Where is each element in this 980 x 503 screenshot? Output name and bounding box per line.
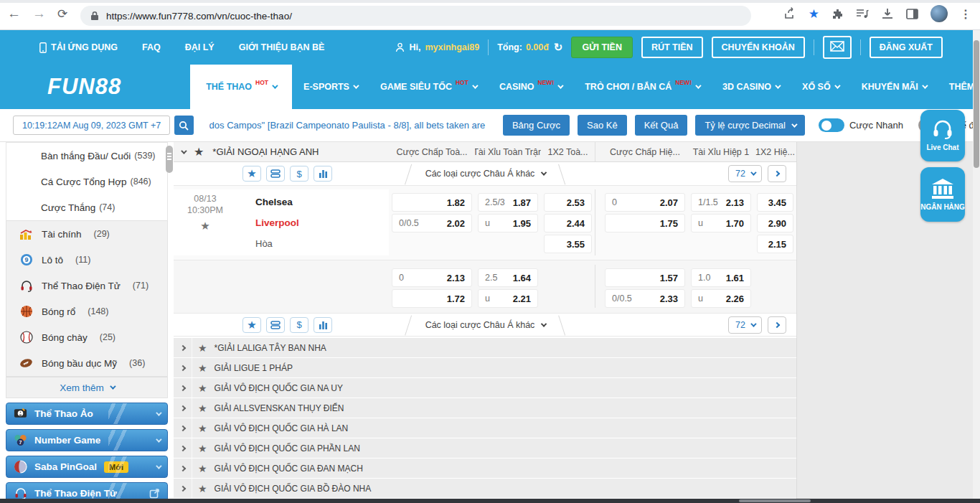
address-bar[interactable]: https://www.fun7778.com/vn/cuoc-the-thao… — [80, 6, 751, 26]
promo-saba-pingoal[interactable]: Saba PinGoal Mới — [6, 456, 168, 478]
odds-cell[interactable]: 1.72 — [392, 289, 472, 308]
sidebar-scrollbar[interactable] — [166, 146, 173, 173]
odds-cell[interactable]: 3.45 — [757, 193, 793, 212]
sidebar-item-lo-to[interactable]: 9 Lô tô(11) — [6, 247, 167, 273]
tab-3d-casino[interactable]: 3D CASINO — [711, 65, 791, 109]
download-icon[interactable] — [881, 8, 894, 20]
bookmark-star-icon[interactable]: ★ — [809, 6, 819, 22]
league-star-icon[interactable]: ★ — [198, 443, 207, 454]
browser-menu-icon[interactable]: ⋮ — [960, 7, 971, 21]
league-star-icon[interactable]: ★ — [198, 463, 207, 474]
scrollbar-thumb[interactable] — [974, 40, 979, 168]
stake-view-button[interactable]: $ — [290, 317, 308, 333]
share-icon[interactable] — [783, 7, 796, 20]
profile-avatar[interactable] — [930, 5, 948, 22]
faq-link[interactable]: FAQ — [142, 42, 161, 52]
odds-cell[interactable]: 2.90 — [757, 214, 793, 232]
expand-chevron-icon[interactable] — [174, 398, 192, 418]
expand-chevron-icon[interactable] — [174, 358, 192, 377]
odds-cell[interactable]: 0/0.52.02 — [392, 214, 472, 232]
account-greeting[interactable]: Hi, myxinhgai89 — [395, 42, 479, 52]
search-button[interactable] — [174, 116, 193, 135]
browser-forward-icon[interactable]: → — [32, 6, 46, 22]
odds-cell[interactable]: 2.5/31.87 — [478, 193, 538, 212]
sidebar-item-tai-chinh[interactable]: Tài chính(29) — [6, 221, 167, 247]
refer-friend-link[interactable]: GIỚI THIỆU BẠN BÈ — [239, 42, 325, 52]
extensions-icon[interactable] — [831, 8, 844, 20]
stake-view-button[interactable]: $ — [290, 166, 308, 182]
deposit-button[interactable]: GỬI TIỀN — [571, 37, 633, 58]
refresh-balance-icon[interactable]: ↻ — [554, 41, 563, 54]
league-star-icon[interactable]: ★ — [198, 483, 207, 494]
browser-reload-icon[interactable]: ⟳ — [57, 6, 67, 22]
expand-chevron-icon[interactable] — [174, 418, 192, 438]
next-page-button[interactable] — [768, 316, 786, 334]
see-more-link[interactable]: Xem thêm — [6, 377, 168, 398]
league-star-icon[interactable]: ★ — [198, 342, 207, 354]
league-row[interactable]: ★ GIẢI VÔ ĐỊCH QUỐC GIA PHẦN LAN — [174, 438, 796, 458]
fun88-logo[interactable]: FUN88 — [47, 74, 121, 100]
horizontal-scrollbar-thumb[interactable] — [739, 499, 811, 502]
bet-slip-button[interactable]: Bảng Cược — [503, 115, 570, 136]
transfer-button[interactable]: CHUYỂN KHOẢN — [712, 37, 805, 58]
odds-cell[interactable]: 2.53 — [544, 193, 592, 212]
promo-the-thao-ao[interactable]: Thể Thao Ảo — [6, 403, 168, 425]
next-page-button[interactable] — [768, 165, 786, 182]
bank-button[interactable]: NGÂN HÀNG — [920, 167, 965, 222]
tab-the-thao[interactable]: THỂ THAOHOT — [190, 65, 292, 109]
sidebar-item-ban-thang-dau-cuoi[interactable]: Bàn thắng Đầu/ Cuối(539) — [6, 143, 167, 169]
logout-button[interactable]: ĐĂNG XUẤT — [870, 37, 943, 58]
odds-cell[interactable]: 1/1.52.13 — [691, 193, 751, 212]
tab-khuyen-mai[interactable]: KHUYẾN MÃI — [850, 65, 938, 109]
league-row[interactable]: ★ GIẢI VÔ ĐỊCH QUỐC GIA ĐAN MẠCH — [174, 459, 796, 478]
odds-cell[interactable]: 2.51.64 — [478, 268, 538, 287]
odds-cell[interactable]: 2.44 — [544, 214, 592, 232]
match-favorite-star-icon[interactable]: ★ — [200, 220, 209, 232]
market-count-dropdown[interactable]: 72 — [728, 316, 762, 334]
sidebar-item-cuoc-thang[interactable]: Cược Thắng(74) — [6, 194, 167, 220]
odds-format-dropdown[interactable]: Tỷ lệ cược Decimal — [695, 115, 805, 136]
odds-cell[interactable]: u1.95 — [478, 214, 538, 232]
odds-cell[interactable]: u2.21 — [478, 289, 538, 308]
odds-cell[interactable]: 1.82 — [392, 193, 472, 212]
download-app-link[interactable]: TẢI ỨNG DỤNG — [39, 42, 118, 53]
league-star-icon[interactable]: ★ — [198, 362, 207, 374]
agent-link[interactable]: ĐẠI LÝ — [185, 42, 215, 52]
favorites-filter-button[interactable]: ★ — [242, 166, 261, 182]
tab-tro-choi-ban-ca[interactable]: TRÒ CHƠI / BẮN CÁNEW! — [573, 65, 711, 109]
league-row[interactable]: ★ GIẢI VÔ ĐỊCH QUỐC GIA NA UY — [174, 378, 796, 398]
away-team[interactable]: Liverpool — [255, 214, 389, 232]
statement-button[interactable]: Sao Kê — [578, 115, 627, 136]
odds-cell[interactable]: 0/0.52.33 — [605, 289, 685, 308]
browser-back-icon[interactable]: ← — [7, 6, 21, 22]
window-scrollbar[interactable] — [973, 30, 980, 503]
expand-chevron-icon[interactable] — [174, 378, 192, 398]
layers-view-button[interactable] — [266, 317, 285, 333]
odds-cell[interactable]: 02.13 — [392, 268, 472, 287]
league-row[interactable]: ★ GIẢI ALLSVENSKAN THỤY ĐIỂN — [174, 398, 796, 418]
stats-button[interactable] — [314, 166, 332, 182]
expand-chevron-icon[interactable] — [174, 479, 192, 498]
odds-cell[interactable]: u2.26 — [691, 289, 751, 308]
odds-cell[interactable]: u1.70 — [691, 214, 751, 232]
league-row[interactable]: ★ GIẢI VÔ ĐỊCH QUỐC GIA BỒ ĐÀO NHA — [174, 479, 796, 498]
sidebar-item-bong-bau-duc[interactable]: Bóng bầu dục Mỹ(36) — [6, 350, 167, 376]
asian-markets-dropdown[interactable]: Các loại cược Châu Á khác — [401, 314, 570, 336]
sidebar-item-bong-chay[interactable]: Bóng chày(25) — [6, 324, 167, 350]
league-star-icon[interactable]: ★ — [198, 382, 207, 394]
tab-casino[interactable]: CASINONEW! — [488, 65, 573, 109]
promo-number-game[interactable]: 7 Number Game — [6, 429, 168, 451]
league-row[interactable]: ★ GIẢI VÔ ĐỊCH QUỐC GIA HÀ LAN — [174, 418, 796, 438]
league-star-icon[interactable]: ★ — [198, 423, 207, 434]
favorite-star-icon[interactable]: ★ — [194, 145, 204, 159]
live-chat-button[interactable]: Live Chat — [920, 110, 965, 161]
expand-chevron-icon[interactable] — [174, 459, 192, 478]
favorites-filter-button[interactable]: ★ — [242, 317, 261, 333]
odds-cell[interactable]: 1.75 — [605, 214, 685, 232]
expand-chevron-icon[interactable] — [174, 438, 192, 458]
league-row[interactable]: ★ GIẢI LIGUE 1 PHÁP — [174, 358, 796, 377]
layers-view-button[interactable] — [266, 166, 285, 182]
tab-game-sieu-toc[interactable]: GAME SIÊU TỐCHOT — [369, 65, 488, 109]
asian-markets-dropdown[interactable]: Các loại cược Châu Á khác — [401, 162, 570, 185]
tab-xo-so[interactable]: XỔ SỐ — [791, 65, 850, 109]
